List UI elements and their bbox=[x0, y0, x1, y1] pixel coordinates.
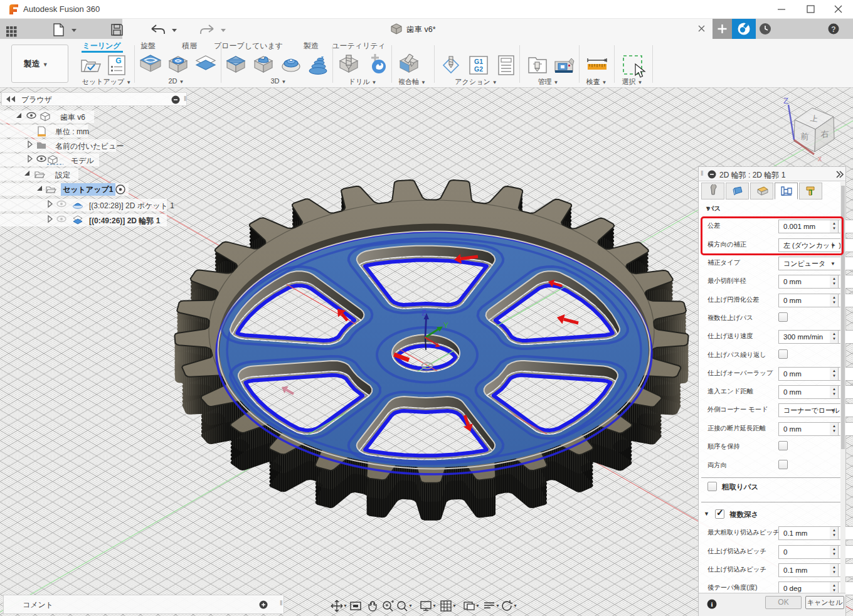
svg-text:前: 前 bbox=[801, 131, 809, 141]
svg-text:上: 上 bbox=[810, 114, 819, 124]
svg-text:x: x bbox=[818, 154, 822, 163]
svg-text:?: ? bbox=[831, 25, 835, 34]
svg-text:Z: Z bbox=[783, 96, 788, 105]
svg-text:右: 右 bbox=[821, 129, 829, 139]
svg-text:Z: Z bbox=[421, 309, 426, 317]
svg-text:G: G bbox=[115, 56, 121, 65]
svg-text:G1: G1 bbox=[474, 58, 483, 65]
svg-text:i: i bbox=[711, 600, 713, 608]
svg-text:G2: G2 bbox=[474, 65, 483, 73]
svg-text:Y: Y bbox=[443, 321, 448, 330]
